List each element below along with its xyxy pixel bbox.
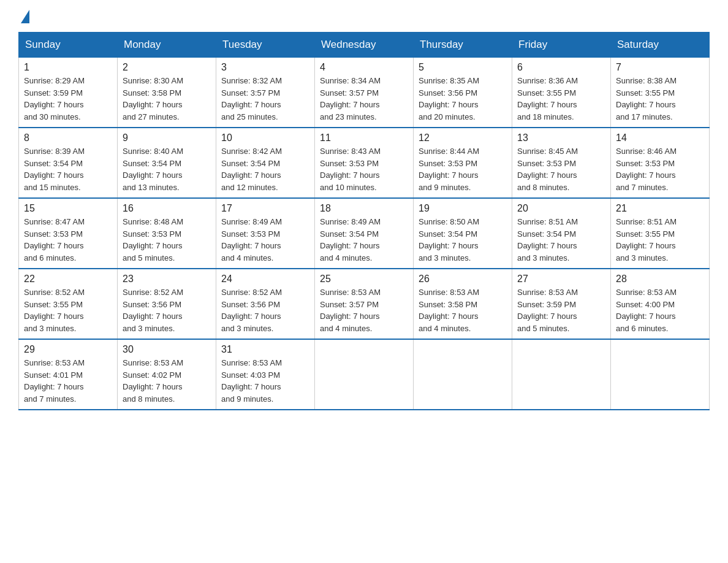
calendar-week-5: 29 Sunrise: 8:53 AMSunset: 4:01 PMDaylig… bbox=[19, 339, 710, 410]
day-info: Sunrise: 8:48 AMSunset: 3:53 PMDaylight:… bbox=[123, 217, 183, 262]
day-info: Sunrise: 8:38 AMSunset: 3:55 PMDaylight:… bbox=[616, 76, 677, 121]
day-info: Sunrise: 8:35 AMSunset: 3:56 PMDaylight:… bbox=[419, 76, 479, 121]
weekday-saturday: Saturday bbox=[611, 33, 710, 58]
calendar-header: SundayMondayTuesdayWednesdayThursdayFrid… bbox=[19, 33, 710, 58]
day-info: Sunrise: 8:49 AMSunset: 3:54 PMDaylight:… bbox=[320, 217, 381, 262]
day-info: Sunrise: 8:42 AMSunset: 3:54 PMDaylight:… bbox=[221, 147, 282, 192]
day-number: 21 bbox=[616, 203, 704, 214]
calendar-cell: 13 Sunrise: 8:45 AMSunset: 3:53 PMDaylig… bbox=[512, 128, 611, 198]
calendar-cell: 5 Sunrise: 8:35 AMSunset: 3:56 PMDayligh… bbox=[414, 58, 512, 128]
calendar-cell: 4 Sunrise: 8:34 AMSunset: 3:57 PMDayligh… bbox=[315, 58, 414, 128]
day-number: 22 bbox=[24, 274, 112, 285]
calendar-cell bbox=[315, 339, 414, 410]
day-info: Sunrise: 8:52 AMSunset: 3:56 PMDaylight:… bbox=[123, 288, 183, 333]
calendar-week-4: 22 Sunrise: 8:52 AMSunset: 3:55 PMDaylig… bbox=[19, 269, 710, 339]
calendar-cell: 7 Sunrise: 8:38 AMSunset: 3:55 PMDayligh… bbox=[611, 58, 710, 128]
day-info: Sunrise: 8:32 AMSunset: 3:57 PMDaylight:… bbox=[221, 76, 282, 121]
day-number: 7 bbox=[616, 62, 704, 73]
weekday-friday: Friday bbox=[512, 33, 611, 58]
day-info: Sunrise: 8:51 AMSunset: 3:55 PMDaylight:… bbox=[616, 217, 677, 262]
day-number: 17 bbox=[221, 203, 309, 214]
logo bbox=[18, 12, 29, 21]
day-info: Sunrise: 8:46 AMSunset: 3:53 PMDaylight:… bbox=[616, 147, 677, 192]
day-number: 30 bbox=[123, 344, 211, 355]
weekday-monday: Monday bbox=[118, 33, 216, 58]
calendar-cell: 29 Sunrise: 8:53 AMSunset: 4:01 PMDaylig… bbox=[19, 339, 118, 410]
calendar-cell: 30 Sunrise: 8:53 AMSunset: 4:02 PMDaylig… bbox=[118, 339, 216, 410]
day-number: 10 bbox=[221, 132, 309, 144]
weekday-thursday: Thursday bbox=[414, 33, 512, 58]
day-number: 11 bbox=[320, 132, 408, 144]
calendar-cell: 3 Sunrise: 8:32 AMSunset: 3:57 PMDayligh… bbox=[216, 58, 315, 128]
day-info: Sunrise: 8:47 AMSunset: 3:53 PMDaylight:… bbox=[24, 217, 85, 262]
calendar-cell: 2 Sunrise: 8:30 AMSunset: 3:58 PMDayligh… bbox=[118, 58, 216, 128]
day-number: 9 bbox=[123, 132, 211, 144]
day-info: Sunrise: 8:40 AMSunset: 3:54 PMDaylight:… bbox=[123, 147, 183, 192]
day-info: Sunrise: 8:53 AMSunset: 3:59 PMDaylight:… bbox=[517, 288, 578, 333]
calendar-cell: 1 Sunrise: 8:29 AMSunset: 3:59 PMDayligh… bbox=[19, 58, 118, 128]
day-number: 24 bbox=[221, 274, 309, 285]
day-number: 2 bbox=[123, 62, 211, 73]
calendar-cell: 25 Sunrise: 8:53 AMSunset: 3:57 PMDaylig… bbox=[315, 269, 414, 339]
day-number: 29 bbox=[24, 344, 112, 355]
day-info: Sunrise: 8:53 AMSunset: 4:02 PMDaylight:… bbox=[123, 358, 183, 404]
calendar-cell: 12 Sunrise: 8:44 AMSunset: 3:53 PMDaylig… bbox=[414, 128, 512, 198]
calendar-table: SundayMondayTuesdayWednesdayThursdayFrid… bbox=[18, 32, 710, 410]
day-number: 31 bbox=[221, 344, 309, 355]
day-info: Sunrise: 8:49 AMSunset: 3:53 PMDaylight:… bbox=[221, 217, 282, 262]
weekday-tuesday: Tuesday bbox=[216, 33, 315, 58]
calendar-cell: 21 Sunrise: 8:51 AMSunset: 3:55 PMDaylig… bbox=[611, 198, 710, 269]
page-header bbox=[18, 12, 710, 21]
day-number: 1 bbox=[24, 62, 112, 73]
calendar-cell: 10 Sunrise: 8:42 AMSunset: 3:54 PMDaylig… bbox=[216, 128, 315, 198]
day-info: Sunrise: 8:50 AMSunset: 3:54 PMDaylight:… bbox=[419, 217, 479, 262]
day-number: 13 bbox=[517, 132, 605, 144]
day-number: 4 bbox=[320, 62, 408, 73]
day-number: 14 bbox=[616, 132, 704, 144]
calendar-body: 1 Sunrise: 8:29 AMSunset: 3:59 PMDayligh… bbox=[19, 58, 710, 410]
calendar-cell: 14 Sunrise: 8:46 AMSunset: 3:53 PMDaylig… bbox=[611, 128, 710, 198]
day-number: 26 bbox=[419, 274, 507, 285]
day-info: Sunrise: 8:39 AMSunset: 3:54 PMDaylight:… bbox=[24, 147, 85, 192]
logo-triangle-icon bbox=[21, 10, 29, 23]
calendar-cell: 11 Sunrise: 8:43 AMSunset: 3:53 PMDaylig… bbox=[315, 128, 414, 198]
day-info: Sunrise: 8:53 AMSunset: 4:00 PMDaylight:… bbox=[616, 288, 677, 333]
calendar-cell bbox=[611, 339, 710, 410]
calendar-week-2: 8 Sunrise: 8:39 AMSunset: 3:54 PMDayligh… bbox=[19, 128, 710, 198]
calendar-cell bbox=[512, 339, 611, 410]
calendar-week-1: 1 Sunrise: 8:29 AMSunset: 3:59 PMDayligh… bbox=[19, 58, 710, 128]
weekday-wednesday: Wednesday bbox=[315, 33, 414, 58]
calendar-week-3: 15 Sunrise: 8:47 AMSunset: 3:53 PMDaylig… bbox=[19, 198, 710, 269]
day-number: 3 bbox=[221, 62, 309, 73]
calendar-cell: 26 Sunrise: 8:53 AMSunset: 3:58 PMDaylig… bbox=[414, 269, 512, 339]
day-number: 8 bbox=[24, 132, 112, 144]
calendar-cell: 27 Sunrise: 8:53 AMSunset: 3:59 PMDaylig… bbox=[512, 269, 611, 339]
calendar-cell: 16 Sunrise: 8:48 AMSunset: 3:53 PMDaylig… bbox=[118, 198, 216, 269]
day-number: 5 bbox=[419, 62, 507, 73]
calendar-cell: 9 Sunrise: 8:40 AMSunset: 3:54 PMDayligh… bbox=[118, 128, 216, 198]
day-number: 25 bbox=[320, 274, 408, 285]
day-number: 23 bbox=[123, 274, 211, 285]
day-number: 19 bbox=[419, 203, 507, 214]
calendar-cell: 28 Sunrise: 8:53 AMSunset: 4:00 PMDaylig… bbox=[611, 269, 710, 339]
day-number: 16 bbox=[123, 203, 211, 214]
calendar-cell: 22 Sunrise: 8:52 AMSunset: 3:55 PMDaylig… bbox=[19, 269, 118, 339]
calendar-cell: 20 Sunrise: 8:51 AMSunset: 3:54 PMDaylig… bbox=[512, 198, 611, 269]
day-info: Sunrise: 8:53 AMSunset: 4:01 PMDaylight:… bbox=[24, 358, 85, 404]
calendar-cell: 15 Sunrise: 8:47 AMSunset: 3:53 PMDaylig… bbox=[19, 198, 118, 269]
day-info: Sunrise: 8:53 AMSunset: 4:03 PMDaylight:… bbox=[221, 358, 282, 404]
calendar-cell: 24 Sunrise: 8:52 AMSunset: 3:56 PMDaylig… bbox=[216, 269, 315, 339]
day-number: 20 bbox=[517, 203, 605, 214]
day-info: Sunrise: 8:30 AMSunset: 3:58 PMDaylight:… bbox=[123, 76, 183, 121]
calendar-cell: 17 Sunrise: 8:49 AMSunset: 3:53 PMDaylig… bbox=[216, 198, 315, 269]
day-info: Sunrise: 8:43 AMSunset: 3:53 PMDaylight:… bbox=[320, 147, 381, 192]
day-number: 12 bbox=[419, 132, 507, 144]
calendar-cell: 31 Sunrise: 8:53 AMSunset: 4:03 PMDaylig… bbox=[216, 339, 315, 410]
day-number: 6 bbox=[517, 62, 605, 73]
calendar-cell bbox=[414, 339, 512, 410]
day-number: 15 bbox=[24, 203, 112, 214]
calendar-cell: 8 Sunrise: 8:39 AMSunset: 3:54 PMDayligh… bbox=[19, 128, 118, 198]
day-info: Sunrise: 8:52 AMSunset: 3:55 PMDaylight:… bbox=[24, 288, 85, 333]
day-number: 18 bbox=[320, 203, 408, 214]
day-info: Sunrise: 8:34 AMSunset: 3:57 PMDaylight:… bbox=[320, 76, 381, 121]
